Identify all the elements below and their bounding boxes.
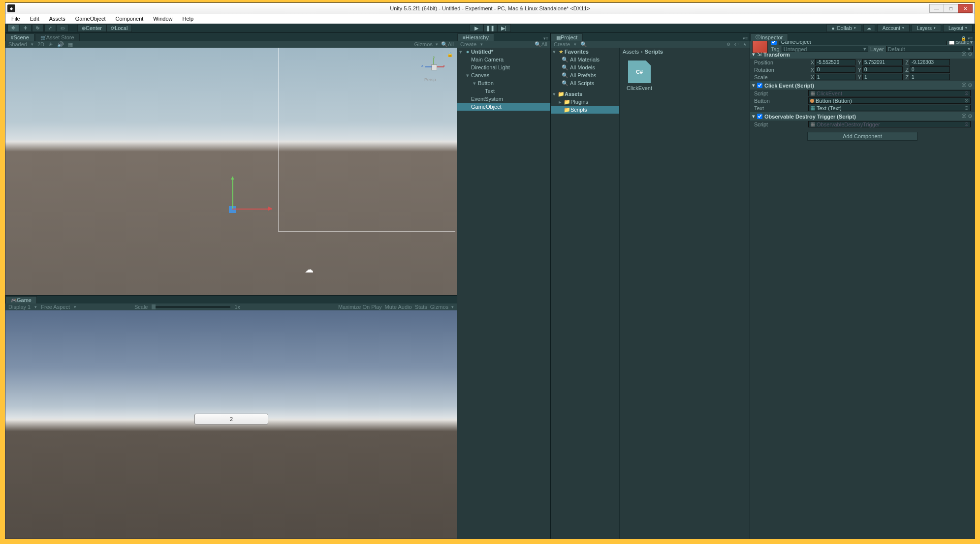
component-help-icon[interactable]: ⦿ [961, 82, 967, 89]
hand-tool-button[interactable]: ✥ [7, 24, 19, 32]
tab-scene[interactable]: # Scene [5, 33, 34, 41]
game-maximize-toggle[interactable]: Maximize On Play [338, 304, 382, 310]
folder-item[interactable]: ▸📁Plugins [551, 98, 619, 106]
folder-item[interactable]: 📁Scripts [551, 106, 619, 114]
favorites-header[interactable]: ▾★Favorites [551, 48, 619, 56]
menu-gameobject[interactable]: GameObject [72, 15, 109, 23]
collab-dropdown[interactable]: ● Collab [826, 24, 861, 32]
clickevent-component-header[interactable]: ▾ Click Event (Script) ⦿⚙ [750, 81, 975, 90]
account-dropdown[interactable]: Account [877, 24, 910, 32]
menu-component[interactable]: Component [112, 15, 146, 23]
scale-y-field[interactable]: 1 [862, 74, 903, 80]
gameobject-name-field[interactable] [779, 41, 947, 45]
transform-gizmo[interactable]: ▲ ▶ [219, 177, 258, 216]
scale-z-field[interactable]: 1 [910, 74, 950, 80]
minimize-button[interactable]: — [929, 4, 944, 13]
component-help-icon[interactable]: ⦿ [961, 113, 967, 120]
step-button[interactable]: ▶| [497, 24, 511, 32]
button-object-field[interactable]: Button (Button)⊙ [808, 97, 971, 104]
rotation-x-field[interactable]: 0 [815, 66, 855, 73]
hierarchy-item[interactable]: Text [457, 87, 550, 95]
hierarchy-item[interactable]: ▾Canvas [457, 71, 550, 79]
text-object-field[interactable]: ▦Text (Text)⊙ [808, 105, 971, 111]
breadcrumb-segment[interactable]: Scripts [645, 49, 663, 55]
position-y-field[interactable]: 5.752091 [862, 59, 903, 65]
layer-dropdown[interactable]: Default▾ [886, 46, 973, 52]
game-viewport[interactable]: 2 [5, 310, 457, 539]
game-aspect-dropdown[interactable]: Free Aspect [41, 304, 70, 310]
close-button[interactable]: ✕ [958, 4, 973, 13]
orientation-gizmo[interactable]: y x z Persp [421, 55, 446, 79]
project-asset-grid[interactable]: C# ClickEvent [620, 56, 750, 539]
static-checkbox[interactable]: Static ▾ [949, 41, 973, 45]
scale-x-field[interactable]: 1 [815, 74, 855, 80]
play-button[interactable]: ▶ [470, 24, 483, 32]
assets-header[interactable]: ▾📁Assets [551, 90, 619, 98]
hierarchy-create-dropdown[interactable]: Create [460, 41, 476, 47]
favorite-item[interactable]: 🔍 All Materials [551, 56, 619, 63]
favorite-item[interactable]: 🔍 All Models [551, 63, 619, 71]
hierarchy-item[interactable]: ▾Button [457, 79, 550, 87]
favorite-item[interactable]: 🔍 All Scripts [551, 79, 619, 87]
scene-gizmos-dropdown[interactable]: Gizmos [414, 41, 432, 47]
component-settings-icon[interactable]: ⚙ [968, 113, 973, 120]
component-settings-icon[interactable]: ⚙ [968, 82, 973, 89]
inspector-lock-icon[interactable]: 🔒 ▾≡ [959, 36, 975, 41]
destroytrigger-component-header[interactable]: ▾ Observable Destroy Trigger (Script) ⦿⚙ [750, 112, 975, 121]
camera-gizmo-icon[interactable]: ☁ [305, 264, 314, 275]
position-x-field[interactable]: -5.552526 [815, 59, 855, 65]
project-filter-icon[interactable]: 🏷 [734, 42, 739, 47]
add-component-button[interactable]: Add Component [807, 132, 917, 141]
move-tool-button[interactable]: ✛ [20, 24, 32, 32]
project-panel-menu-icon[interactable]: ▾≡ [741, 36, 750, 41]
scene-2d-toggle[interactable]: 2D [37, 41, 44, 47]
maximize-button[interactable]: □ [944, 4, 958, 13]
game-gizmos-dropdown[interactable]: Gizmos [430, 304, 448, 310]
project-create-dropdown[interactable]: Create [554, 41, 570, 47]
menu-window[interactable]: Window [150, 15, 175, 23]
project-search[interactable]: 🔍 [580, 41, 723, 48]
scene-shading-dropdown[interactable]: Shaded [8, 41, 27, 47]
hierarchy-search[interactable]: 🔍All [535, 41, 547, 48]
hierarchy-item[interactable]: EventSystem [457, 95, 550, 103]
position-z-field[interactable]: -9.126303 [910, 59, 950, 65]
breadcrumb-segment[interactable]: Assets [623, 49, 639, 55]
tab-inspector[interactable]: ⓘ Inspector [750, 33, 788, 41]
hierarchy-item[interactable]: Main Camera [457, 56, 550, 63]
scene-viewport[interactable]: ▲ ▶ ☁ y x z Persp 🔒 [5, 48, 457, 295]
tab-hierarchy[interactable]: ≡ Hierarchy [457, 33, 494, 41]
rect-tool-button[interactable]: ▭ [57, 24, 68, 32]
tab-project[interactable]: ▦ Project [551, 33, 583, 41]
script-object-field[interactable]: ▦ObservableDestroyTrigger⊙ [808, 121, 971, 127]
pivot-center-button[interactable]: ⊕ Center [77, 24, 106, 32]
component-enabled-checkbox[interactable] [757, 83, 762, 88]
menu-file[interactable]: File [8, 15, 23, 23]
pause-button[interactable]: ❚❚ [483, 24, 497, 32]
game-scale-slider[interactable] [152, 306, 230, 308]
component-settings-icon[interactable]: ⚙ [968, 51, 973, 58]
cloud-button[interactable]: ☁ [863, 24, 875, 32]
layers-dropdown[interactable]: Layers [912, 24, 941, 32]
game-mute-toggle[interactable]: Mute Audio [385, 304, 412, 310]
game-display-dropdown[interactable]: Display 1 [8, 304, 31, 310]
rotate-tool-button[interactable]: ↻ [32, 24, 44, 32]
scale-tool-button[interactable]: ⤢ [44, 24, 56, 32]
hierarchy-panel-menu-icon[interactable]: ▾≡ [541, 36, 550, 41]
favorite-item[interactable]: 🔍 All Prefabs [551, 71, 619, 79]
tab-game[interactable]: 🎮 Game [5, 296, 37, 303]
project-filter-icon[interactable]: ★ [743, 42, 747, 47]
script-object-field[interactable]: ▦ClickEvent⊙ [808, 90, 971, 96]
runtime-ui-button[interactable]: 2 [194, 414, 268, 424]
layout-dropdown[interactable]: Layout [943, 24, 973, 32]
hierarchy-item[interactable]: GameObject [457, 103, 550, 111]
scene-light-toggle[interactable]: ☀ [48, 41, 53, 48]
project-filter-icon[interactable]: ⚙ [727, 42, 730, 47]
tab-asset-store[interactable]: 🛒 Asset Store [35, 33, 80, 41]
pivot-local-button[interactable]: ⟳ Local [106, 24, 132, 32]
gameobject-active-checkbox[interactable] [771, 41, 777, 45]
rotation-z-field[interactable]: 0 [910, 66, 950, 73]
menu-help[interactable]: Help [179, 15, 196, 23]
persp-label[interactable]: Persp [424, 77, 436, 82]
hierarchy-tree[interactable]: ▾●Untitled*Main CameraDirectional Light▾… [457, 48, 550, 539]
asset-script-item[interactable]: C# ClickEvent [625, 60, 654, 91]
